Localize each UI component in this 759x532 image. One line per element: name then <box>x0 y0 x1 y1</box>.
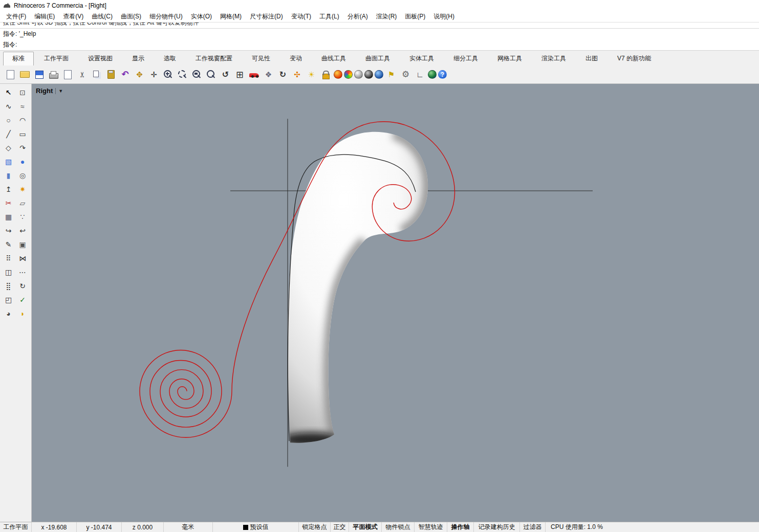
options-gear-icon[interactable]: ⚙ <box>399 68 412 81</box>
boolean-icon[interactable]: ◰ <box>2 293 15 306</box>
surface-icon[interactable]: ▦ <box>2 210 15 223</box>
help-icon[interactable]: ? <box>438 70 447 79</box>
tab-standard[interactable]: 标准 <box>3 52 34 65</box>
box-icon[interactable]: ▧ <box>2 155 15 168</box>
select-arrow-icon[interactable]: ↖ <box>2 86 15 99</box>
viewport-right[interactable]: Right ▼ <box>32 84 759 522</box>
lock-icon[interactable] <box>319 68 332 81</box>
tab-subd-tools[interactable]: 细分工具 <box>444 52 487 65</box>
status-gumball[interactable]: 操作轴 <box>447 522 474 532</box>
tab-render-tools[interactable]: 渲染工具 <box>532 52 575 65</box>
split-icon[interactable]: ▱ <box>16 196 29 209</box>
history-icon[interactable]: ↻ <box>16 279 29 292</box>
display-mode-icon[interactable]: ❖ <box>262 68 275 81</box>
extrude-icon[interactable]: ↥ <box>2 183 15 195</box>
copy-icon[interactable] <box>90 68 103 81</box>
tab-surface-tools[interactable]: 曲面工具 <box>356 52 399 65</box>
status-units[interactable]: 毫米 <box>164 522 213 532</box>
tab-transform[interactable]: 变动 <box>280 52 311 65</box>
tab-solid-tools[interactable]: 实体工具 <box>400 52 443 65</box>
group-icon[interactable]: ◫ <box>2 265 15 278</box>
light-icon[interactable]: ☀ <box>305 68 318 81</box>
circle-icon[interactable]: ○ <box>2 114 15 126</box>
export-page-icon[interactable] <box>61 68 74 81</box>
status-filter[interactable]: 过滤器 <box>520 522 546 532</box>
filter-flag-icon[interactable]: ⚑ <box>385 68 398 81</box>
status-grid-snap[interactable]: 锁定格点 <box>299 522 331 532</box>
render-preview-icon[interactable] <box>344 70 353 79</box>
status-planar-mode[interactable]: 平面模式 <box>349 522 382 532</box>
command-prompt-input[interactable]: 指令: <box>0 39 759 50</box>
status-ortho[interactable]: 正交 <box>331 522 349 532</box>
earbud-surface[interactable] <box>288 132 428 443</box>
menu-subd[interactable]: 细分物件(U) <box>145 11 187 22</box>
cylinder-icon[interactable]: ▮ <box>2 169 15 182</box>
tab-mesh-tools[interactable]: 网格工具 <box>488 52 531 65</box>
gumball-icon[interactable]: ✣ <box>291 68 303 81</box>
curve-edit-icon[interactable]: ↷ <box>16 141 29 154</box>
status-layer[interactable]: 预设值 <box>213 522 299 532</box>
selection-filter-icon[interactable]: ⊡ <box>16 86 29 99</box>
ellipse-icon[interactable]: ◇ <box>2 141 15 154</box>
status-cplane[interactable]: 工作平面 <box>0 522 32 532</box>
menu-solid[interactable]: 实体(O) <box>187 11 216 22</box>
viewport-title[interactable]: Right <box>36 87 53 95</box>
menu-panels[interactable]: 面板(P) <box>401 11 429 22</box>
pan-icon[interactable]: ✥ <box>133 68 146 81</box>
tab-drafting[interactable]: 出图 <box>576 52 607 65</box>
line-icon[interactable]: ╱ <box>2 127 15 140</box>
viewport-canvas[interactable] <box>32 84 759 522</box>
annotate-icon[interactable]: ✎ <box>2 238 15 251</box>
sphere-icon[interactable]: ● <box>16 155 29 168</box>
chamfer-icon[interactable]: ↩ <box>16 224 29 237</box>
redo-view-icon[interactable]: ↻ <box>276 68 289 81</box>
points-on-icon[interactable]: ∵ <box>16 210 29 223</box>
sweep-icon[interactable]: ◗ <box>16 307 29 320</box>
menu-analyze[interactable]: 分析(A) <box>343 11 372 22</box>
tab-curve-tools[interactable]: 曲线工具 <box>312 52 355 65</box>
grid-snap-icon[interactable]: ⣿ <box>2 279 15 292</box>
zoom-selected-icon[interactable] <box>190 68 203 81</box>
paste-icon[interactable] <box>104 68 117 81</box>
open-file-icon[interactable] <box>18 68 31 81</box>
status-smarttrack[interactable]: 智慧轨迹 <box>415 522 447 532</box>
rhino-logo-icon[interactable] <box>3 2 11 10</box>
move-view-icon[interactable]: ✛ <box>147 68 160 81</box>
shaded-ball-icon[interactable] <box>354 70 363 79</box>
new-file-icon[interactable] <box>4 68 17 81</box>
rotate-view-icon[interactable]: ↺ <box>219 68 232 81</box>
undo-icon[interactable]: ↶ <box>119 68 132 81</box>
array-icon[interactable]: ⠿ <box>2 252 15 264</box>
print-icon[interactable] <box>47 68 60 81</box>
explode-icon[interactable]: ✷ <box>16 183 29 195</box>
mirror-icon[interactable]: ⋈ <box>16 252 29 264</box>
rectangle-icon[interactable]: ▭ <box>16 127 29 140</box>
raytrace-ball-icon[interactable] <box>375 70 383 79</box>
earth-icon[interactable] <box>428 70 437 79</box>
tab-cplane[interactable]: 工作平面 <box>35 52 78 65</box>
zoom-extents-icon[interactable] <box>205 68 218 81</box>
tab-display[interactable]: 显示 <box>123 52 154 65</box>
menu-dimension[interactable]: 尺寸标注(D) <box>246 11 287 22</box>
named-views-icon[interactable] <box>248 68 261 81</box>
cut-icon[interactable]: ✂ <box>76 68 89 81</box>
status-record-history[interactable]: 记录建构历史 <box>474 522 520 532</box>
menu-tools[interactable]: 工具(L) <box>315 11 343 22</box>
chevron-down-icon[interactable]: ▼ <box>58 88 63 94</box>
more-tools-icon[interactable]: ⋯ <box>16 265 29 278</box>
menu-view[interactable]: 查看(V) <box>59 11 88 22</box>
fillet-icon[interactable]: ↪ <box>2 224 15 237</box>
render-icon[interactable] <box>334 70 342 79</box>
menu-surface[interactable]: 曲面(S) <box>117 11 145 22</box>
paste-tool-icon[interactable]: ▣ <box>16 238 29 251</box>
four-viewports-icon[interactable]: ⊞ <box>233 68 246 81</box>
arc-icon[interactable]: ◠ <box>16 114 29 126</box>
tab-select[interactable]: 选取 <box>155 52 185 65</box>
curve-icon[interactable]: ∿ <box>2 100 15 113</box>
menu-transform[interactable]: 变动(T) <box>287 11 315 22</box>
tab-viewport-layout[interactable]: 工作视窗配置 <box>186 52 242 65</box>
status-osnap[interactable]: 物件锁点 <box>382 522 415 532</box>
menu-curve[interactable]: 曲线(C) <box>88 11 117 22</box>
tab-new-in-v7[interactable]: V7 的新功能 <box>608 52 660 65</box>
menu-render[interactable]: 渲染(R) <box>372 11 401 22</box>
